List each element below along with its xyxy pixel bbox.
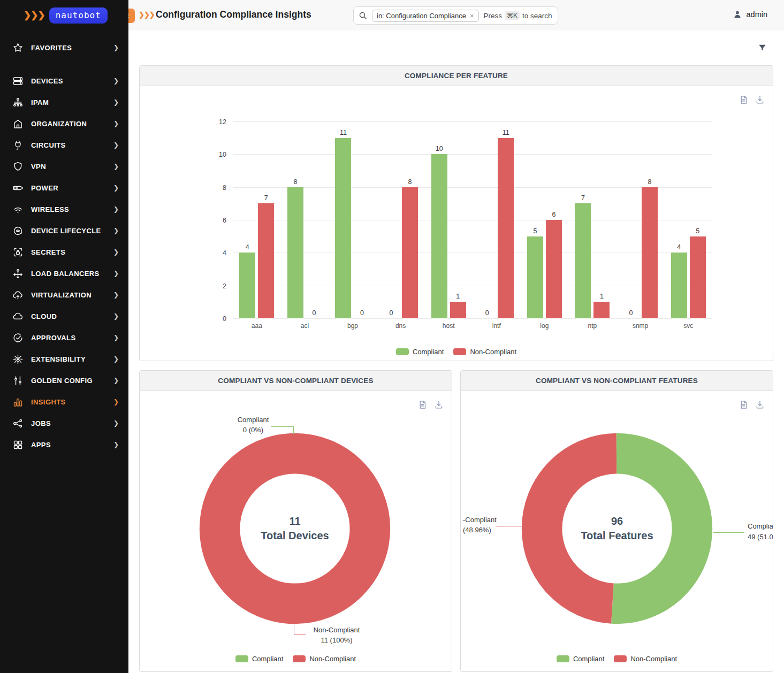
- sidebar-item-devices[interactable]: DEVICES❯: [0, 70, 128, 91]
- sidebar-item-insights[interactable]: INSIGHTS❯: [0, 391, 128, 412]
- bar-group-ntp: 71: [568, 121, 616, 318]
- bar-value-label: 6: [552, 211, 555, 218]
- nautobot-logo[interactable]: ❯❯❯ nautobot: [0, 0, 128, 30]
- bar-value-label: 0: [485, 309, 489, 317]
- load-balancer-icon: [12, 267, 24, 279]
- leader-line: [496, 526, 523, 526]
- sidebar-item-apps[interactable]: APPS❯: [0, 434, 128, 455]
- bar-non-compliant: [402, 187, 418, 318]
- bar-compliant: [335, 138, 351, 318]
- sidebar-item-vpn[interactable]: VPN❯: [0, 156, 128, 177]
- sidebar-item-label: VPN: [31, 163, 113, 171]
- chevron-right-icon: ❯: [113, 248, 119, 256]
- sidebar-item-wireless[interactable]: WIRELESS❯: [0, 198, 128, 220]
- sidebar-item-circuits[interactable]: CIRCUITS❯: [0, 134, 128, 156]
- y-tick-label: 8: [223, 184, 226, 192]
- filter-button[interactable]: [758, 43, 767, 55]
- sidebar-item-jobs[interactable]: JOBS❯: [0, 412, 128, 434]
- sliders-icon: [12, 374, 24, 386]
- x-tick-dns: dns: [377, 322, 425, 330]
- sidebar-item-label: SECRETS: [31, 248, 113, 256]
- sidebar-item-load-balancers[interactable]: LOAD BALANCERS❯: [0, 263, 128, 284]
- panel-features-donut: COMPLIANT VS NON-COMPLIANT FEATURES -Com…: [460, 370, 773, 672]
- chevron-right-icon: ❯: [113, 163, 119, 170]
- x-tick-host: host: [424, 322, 473, 330]
- sidebar-item-label: GOLDEN CONFIG: [31, 377, 113, 385]
- chevron-right-icon: ❯: [113, 120, 119, 127]
- legend-item-non-compliant[interactable]: Non-Compliant: [614, 655, 677, 663]
- bar-compliant: [527, 236, 543, 318]
- sidebar-item-approvals[interactable]: APPROVALS❯: [0, 327, 128, 348]
- bar-non-compliant: [450, 302, 466, 318]
- sidebar-item-power[interactable]: POWER❯: [0, 177, 128, 198]
- tag-close-icon[interactable]: ×: [470, 12, 474, 20]
- x-tick-snmp: snmp: [616, 322, 665, 330]
- bar-value-label: 4: [246, 243, 249, 251]
- sidebar-item-extensibility[interactable]: EXTENSIBILITY❯: [0, 348, 128, 370]
- y-tick-label: 12: [219, 118, 226, 126]
- panel-title: COMPLIANT VS NON-COMPLIANT FEATURES: [461, 371, 773, 391]
- sidebar-item-favorites[interactable]: FAVORITES❯: [0, 37, 128, 58]
- bar-value-label: 5: [533, 227, 537, 235]
- x-tick-svc: svc: [664, 322, 712, 330]
- sidebar-item-ipam[interactable]: IPAM❯: [0, 91, 128, 113]
- features-donut-area: -Compliant (48.96%) 96 Total Features Co…: [461, 391, 773, 671]
- chevron-right-icon: ❯: [113, 291, 119, 299]
- sidebar-item-golden-config[interactable]: GOLDEN CONFIG❯: [0, 370, 128, 391]
- sidebar-item-label: WIRELESS: [31, 205, 113, 213]
- logo-wordmark: nautobot: [49, 7, 108, 24]
- bar-non-compliant: [593, 302, 610, 318]
- bar-value-label: 7: [581, 194, 585, 202]
- export-csv-icon[interactable]: [739, 95, 748, 105]
- export-csv-icon[interactable]: [418, 400, 427, 410]
- sidebar-item-label: EXTENSIBILITY: [31, 355, 113, 363]
- sidebar-item-device-lifecycle[interactable]: DEVICE LIFECYCLE❯: [0, 220, 128, 241]
- search-filter-tag-label: in: Configuration Compliance: [377, 12, 466, 20]
- sidebar-item-virtualization[interactable]: VIRTUALIZATION❯: [0, 284, 128, 305]
- panel-title: COMPLIANCE PER FEATURE: [140, 66, 773, 86]
- download-icon[interactable]: [755, 95, 765, 105]
- x-tick-aaa: aaa: [233, 322, 281, 330]
- user-menu[interactable]: admin: [733, 10, 768, 19]
- bar-value-label: 0: [312, 309, 316, 317]
- x-tick-acl: acl: [281, 322, 329, 330]
- bar-value-label: 0: [629, 309, 633, 317]
- legend-item-compliant[interactable]: Compliant: [557, 655, 605, 663]
- sidebar-item-label: FAVORITES: [31, 44, 113, 52]
- legend-item-non-compliant[interactable]: Non-Compliant: [293, 655, 356, 663]
- page-title: Configuration Compliance Insights: [156, 9, 311, 20]
- sidebar-item-cloud[interactable]: CLOUD❯: [0, 305, 128, 327]
- global-search-input[interactable]: in: Configuration Compliance × Press ⌘K …: [353, 6, 558, 25]
- sidebar-item-secrets[interactable]: SECRETS❯: [0, 241, 128, 263]
- ipam-tree-icon: [12, 96, 24, 108]
- panel-compliance-per-feature: COMPLIANCE PER FEATURE 024681012 4780110…: [139, 65, 773, 361]
- sidebar-item-organization[interactable]: ORGANIZATION❯: [0, 113, 128, 134]
- y-tick-label: 6: [223, 217, 226, 224]
- legend-item-compliant[interactable]: Compliant: [235, 655, 284, 663]
- download-icon[interactable]: [434, 400, 444, 410]
- bar-non-compliant: [690, 236, 706, 318]
- chevron-right-icon: ❯: [113, 441, 119, 448]
- bar-non-compliant: [546, 220, 562, 318]
- search-filter-tag: in: Configuration Compliance ×: [372, 10, 479, 22]
- bar-value-label: 1: [600, 293, 604, 300]
- chevron-right-icon: ❯: [113, 227, 119, 234]
- bar-legend: CompliantNon-Compliant: [140, 348, 773, 356]
- legend-item-non-compliant[interactable]: Non-Compliant: [453, 348, 516, 356]
- bar-value-label: 8: [648, 178, 652, 186]
- slice-label-noncompliant: -Compliant (48.96%): [463, 515, 497, 535]
- devices-donut-chart: 11 Total Devices: [199, 432, 391, 625]
- logo-chevrons-icon: ❯❯❯: [24, 10, 45, 21]
- bar-group-aaa: 47: [233, 121, 281, 318]
- check-circle-icon: [12, 332, 24, 343]
- chevron-right-icon: ❯: [113, 355, 119, 363]
- search-placeholder: Press ⌘K to search: [484, 11, 552, 20]
- legend-item-compliant[interactable]: Compliant: [396, 348, 444, 356]
- top-bar: ‹ ❯❯❯ Configuration Compliance Insights …: [128, 0, 784, 30]
- bar-value-label: 7: [264, 194, 268, 202]
- download-icon[interactable]: [755, 400, 765, 410]
- export-csv-icon[interactable]: [739, 400, 748, 410]
- bar-value-label: 4: [677, 243, 681, 251]
- plug-icon: [12, 139, 24, 151]
- chevron-right-icon: ❯: [113, 419, 119, 427]
